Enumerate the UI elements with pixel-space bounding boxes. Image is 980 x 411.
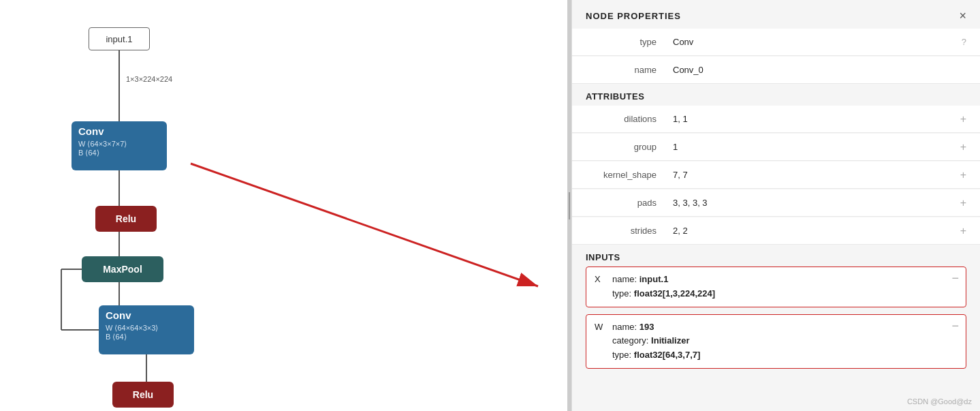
attr-group-plus[interactable]: +: [955, 141, 966, 153]
attr-pads-row: pads 3, 3, 3, 3 +: [572, 189, 980, 217]
attr-kernel-shape-value: 7, 7: [667, 167, 955, 183]
type-help[interactable]: ?: [956, 37, 966, 47]
attr-pads-label: pads: [586, 198, 667, 208]
watermark: CSDN @Good@dz: [907, 397, 972, 406]
name-row: name Conv_0: [572, 57, 980, 84]
attr-strides-plus[interactable]: +: [955, 225, 966, 237]
attr-kernel-shape-plus[interactable]: +: [955, 169, 966, 181]
node-relu2[interactable]: Relu: [112, 382, 174, 408]
input-x-card: X name: input.1 type: float32[1,3,224,22…: [586, 267, 966, 307]
attributes-section-title: ATTRIBUTES: [572, 85, 980, 106]
conv1-title: Conv: [78, 125, 104, 137]
node-conv1[interactable]: Conv W ⟨64×3×7×7⟩ B ⟨64⟩: [72, 121, 167, 170]
type-value: Conv: [667, 34, 956, 50]
input-w-category-line: category: Initializer: [612, 334, 958, 348]
attr-pads-plus[interactable]: +: [955, 197, 966, 209]
attr-kernel-shape-row: kernel_shape 7, 7 +: [572, 162, 980, 189]
input-w-letter: W: [595, 322, 605, 332]
graph-svg: [0, 0, 567, 411]
connector-label: 1×3×224×224: [126, 75, 172, 83]
properties-panel: NODE PROPERTIES × type Conv ? name Conv_…: [571, 0, 980, 411]
attr-dilations-plus[interactable]: +: [955, 113, 966, 125]
conv2-title: Conv: [106, 309, 131, 321]
input-x-minus[interactable]: −: [951, 271, 959, 286]
input-w-name-line: name: 193: [612, 320, 958, 335]
node-input[interactable]: input.1: [89, 27, 150, 50]
name-label: name: [586, 65, 667, 75]
inputs-section: X name: input.1 type: float32[1,3,224,22…: [572, 267, 980, 369]
input-w-minus[interactable]: −: [951, 319, 959, 333]
attr-kernel-shape-label: kernel_shape: [586, 170, 667, 180]
node-maxpool[interactable]: MaxPool: [82, 256, 163, 282]
attr-group-row: group 1 +: [572, 134, 980, 161]
conv1-detail-b: B ⟨64⟩: [78, 149, 99, 157]
input-w-card: W name: 193 category: Initializer type: …: [586, 314, 966, 369]
attr-group-value: 1: [667, 139, 955, 155]
inputs-section-title: INPUTS: [572, 245, 980, 267]
graph-container: 1×3×224×224 input.1 Conv W ⟨64×3×7×7⟩ B …: [0, 0, 567, 411]
attr-dilations-value: 1, 1: [667, 111, 955, 127]
type-label: type: [586, 37, 667, 47]
attr-dilations-label: dilations: [586, 114, 667, 124]
attr-strides-row: strides 2, 2 +: [572, 217, 980, 245]
node-relu1[interactable]: Relu: [95, 206, 157, 232]
close-button[interactable]: ×: [959, 10, 966, 22]
graph-panel: 1×3×224×224 input.1 Conv W ⟨64×3×7×7⟩ B …: [0, 0, 567, 411]
input-x-letter: X: [595, 274, 605, 284]
input-w-type-line: type: float32[64,3,7,7]: [612, 348, 958, 363]
conv2-detail-w: W ⟨64×64×3×3⟩: [106, 324, 158, 333]
attr-dilations-row: dilations 1, 1 +: [572, 106, 980, 133]
input-x-details: name: input.1 type: float32[1,3,224,224]: [612, 273, 958, 301]
panel-header: NODE PROPERTIES ×: [572, 0, 980, 29]
attr-strides-label: strides: [586, 226, 667, 236]
name-value: Conv_0: [667, 62, 966, 78]
type-row: type Conv ?: [572, 29, 980, 56]
conv2-detail-b: B ⟨64⟩: [106, 333, 127, 341]
input-w-details: name: 193 category: Initializer type: fl…: [612, 320, 958, 363]
attr-strides-value: 2, 2: [667, 223, 955, 239]
input-x-name-line: name: input.1: [612, 273, 958, 287]
svg-line-9: [191, 164, 538, 286]
attr-group-label: group: [586, 142, 667, 152]
attr-pads-value: 3, 3, 3, 3: [667, 195, 955, 211]
node-conv2[interactable]: Conv W ⟨64×64×3×3⟩ B ⟨64⟩: [99, 305, 194, 354]
input-x-type-line: type: float32[1,3,224,224]: [612, 287, 958, 301]
panel-title: NODE PROPERTIES: [586, 11, 681, 21]
conv1-detail-w: W ⟨64×3×7×7⟩: [78, 140, 127, 149]
